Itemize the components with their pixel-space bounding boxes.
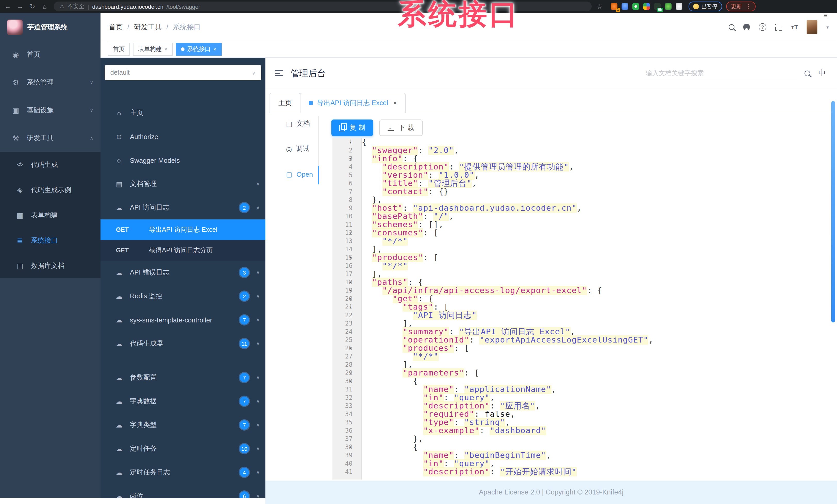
color-grid-extension-icon[interactable] bbox=[643, 3, 650, 10]
api-group-API 错误日志[interactable]: ☁API 错误日志3∨ bbox=[101, 261, 265, 284]
close-icon[interactable]: × bbox=[213, 46, 216, 52]
emoji-face-icon bbox=[693, 4, 699, 9]
tag-首页[interactable]: 首页 bbox=[108, 43, 130, 56]
api-group-Swagger Models[interactable]: ◇Swagger Models bbox=[101, 148, 265, 172]
api-group-岗位[interactable]: ☁岗位6∨ bbox=[101, 484, 265, 498]
side-tab-调试[interactable]: ◎调试 bbox=[286, 143, 319, 155]
api-group-主页[interactable]: ⌂主页 bbox=[101, 101, 265, 125]
white-pin-extension-icon[interactable] bbox=[676, 3, 682, 10]
copy-button[interactable]: 复制 bbox=[332, 119, 373, 136]
endpoint-导出API 访问日志 Excel[interactable]: GET导出API 访问日志 Excel bbox=[101, 220, 265, 240]
sidebar-item-代码生成示例[interactable]: ◈代码生成示例 bbox=[0, 177, 101, 202]
fold-arrow-icon[interactable]: ▾ bbox=[349, 138, 352, 147]
hamburger-icon[interactable]: ☰ bbox=[824, 13, 827, 18]
forward-icon[interactable]: → bbox=[16, 3, 25, 10]
table-icon: ▤ bbox=[16, 261, 24, 269]
language-button[interactable]: 中 bbox=[818, 69, 826, 78]
breadcrumb-item[interactable]: 首页 bbox=[109, 22, 123, 32]
json-editor[interactable]: 1▾23▾456789101112▾131415▾161718▾19▾20▾21… bbox=[333, 138, 831, 479]
cloud-icon: ☁ bbox=[115, 445, 123, 452]
blue-drop-extension-icon[interactable] bbox=[622, 3, 628, 10]
browser-menu-icon[interactable]: ⋮ bbox=[746, 3, 751, 10]
close-icon[interactable]: × bbox=[393, 99, 397, 107]
line-number: 20▾ bbox=[333, 295, 361, 303]
search-icon[interactable] bbox=[729, 24, 735, 30]
help-icon[interactable]: ? bbox=[759, 23, 767, 31]
fold-arrow-icon[interactable]: ▾ bbox=[349, 444, 352, 452]
doc-tab-主页[interactable]: 主页 bbox=[270, 93, 301, 113]
sidebar-item-基础设施[interactable]: ▣基础设施∨ bbox=[0, 96, 101, 124]
user-avatar[interactable] bbox=[807, 20, 818, 34]
group-select[interactable]: default ∨ bbox=[105, 65, 261, 80]
sidebar-item-研发工具[interactable]: ⚒研发工具∧ bbox=[0, 124, 101, 152]
tag-表单构建[interactable]: 表单构建× bbox=[133, 43, 173, 56]
fold-arrow-icon[interactable]: ▾ bbox=[349, 155, 352, 163]
api-group-label: 定时任务日志 bbox=[130, 468, 170, 477]
sidebar-item-系统接口[interactable]: ≣系统接口 bbox=[0, 228, 101, 253]
home-icon[interactable]: ⌂ bbox=[40, 3, 50, 10]
update-browser-button[interactable]: 更新 ⋮ bbox=[727, 2, 756, 11]
code-line: "*/*" bbox=[362, 262, 831, 270]
fold-arrow-icon[interactable]: ▾ bbox=[349, 369, 352, 377]
fold-arrow-icon[interactable]: ▾ bbox=[349, 377, 352, 386]
close-icon[interactable]: × bbox=[164, 46, 167, 52]
doc-tab-导出API 访问日志 Excel[interactable]: 导出API 访问日志 Excel× bbox=[300, 93, 406, 113]
doc-search-input[interactable] bbox=[645, 66, 796, 80]
tag-系统接口[interactable]: 系统接口× bbox=[176, 43, 221, 56]
api-group-字典数据[interactable]: ☁字典数据7∨ bbox=[101, 389, 265, 413]
bookmark-star-icon[interactable]: ☆ bbox=[597, 3, 603, 10]
api-group-字典类型[interactable]: ☁字典类型7∨ bbox=[101, 413, 265, 437]
download-button[interactable]: 下载 bbox=[379, 119, 423, 136]
app-logo[interactable]: 芋道管理系统 bbox=[0, 13, 101, 41]
back-icon[interactable]: ← bbox=[3, 3, 12, 10]
cloud-icon: ☁ bbox=[115, 421, 123, 429]
fold-arrow-icon[interactable]: ▾ bbox=[349, 287, 352, 295]
fullscreen-icon[interactable] bbox=[776, 23, 783, 31]
green-circle-extension-icon[interactable] bbox=[633, 3, 639, 10]
chevron-icon: ∨ bbox=[256, 317, 260, 322]
line-number: 21▾ bbox=[333, 303, 361, 311]
api-group-API 访问日志[interactable]: ☁API 访问日志2∧ bbox=[101, 196, 265, 220]
api-group-定时任务日志[interactable]: ☁定时任务日志4∨ bbox=[101, 461, 265, 484]
orange-extension-icon[interactable]: 1 bbox=[611, 3, 618, 10]
fold-arrow-icon[interactable]: ▾ bbox=[349, 254, 352, 262]
line-number: 13 bbox=[333, 237, 361, 245]
api-group-代码生成器[interactable]: ☁代码生成器11∨ bbox=[101, 332, 265, 355]
side-tab-文档[interactable]: ▤文档 bbox=[286, 117, 319, 130]
tag-label: 首页 bbox=[113, 45, 125, 53]
api-group-Authorize[interactable]: ⊙Authorize bbox=[101, 125, 265, 148]
endpoint-获得API 访问日志分页[interactable]: GET获得API 访问日志分页 bbox=[101, 240, 265, 261]
github-icon[interactable] bbox=[744, 24, 750, 31]
search-icon[interactable] bbox=[804, 70, 810, 76]
green-leaf-extension-icon[interactable] bbox=[665, 3, 672, 10]
sidebar-item-系统管理[interactable]: ⚙系统管理∨ bbox=[0, 69, 101, 96]
reload-icon[interactable]: ↻ bbox=[28, 3, 37, 10]
paused-extension-chip[interactable]: 已暂停 bbox=[689, 2, 722, 11]
collapse-menu-icon[interactable] bbox=[275, 70, 283, 76]
grid-icon: ▦ bbox=[16, 211, 24, 219]
fold-arrow-icon[interactable]: ▾ bbox=[349, 303, 352, 312]
font-size-icon[interactable]: ᴛT bbox=[791, 23, 798, 31]
timer-extension-icon[interactable]: 6h bbox=[654, 3, 661, 10]
code-line: "schemes": [], bbox=[362, 221, 831, 229]
doc-icon: ▤ bbox=[286, 120, 292, 128]
fold-arrow-icon[interactable]: ▾ bbox=[349, 344, 352, 353]
sidebar-item-表单构建[interactable]: ▦表单构建 bbox=[0, 202, 101, 228]
fold-arrow-icon[interactable]: ▾ bbox=[349, 279, 352, 287]
api-group-参数配置[interactable]: ☁参数配置7∨ bbox=[101, 366, 265, 389]
chevron-down-icon[interactable]: ▾ bbox=[826, 24, 829, 30]
vertical-scrollbar[interactable] bbox=[831, 101, 835, 322]
line-number: 35 bbox=[333, 418, 361, 427]
fold-arrow-icon[interactable]: ▾ bbox=[349, 229, 352, 238]
sidebar-item-label: 代码生成 bbox=[31, 160, 58, 169]
sidebar-item-首页[interactable]: ◉首页 bbox=[0, 41, 101, 69]
api-group-定时任务[interactable]: ☁定时任务10∨ bbox=[101, 437, 265, 461]
fold-arrow-icon[interactable]: ▾ bbox=[349, 295, 352, 303]
api-group-Redis 监控[interactable]: ☁Redis 监控2∨ bbox=[101, 284, 265, 308]
api-group-文档管理[interactable]: ▤文档管理∨ bbox=[101, 172, 265, 196]
sidebar-item-代码生成[interactable]: </>代码生成 bbox=[0, 152, 101, 177]
sidebar-item-数据库文档[interactable]: ▤数据库文档 bbox=[0, 253, 101, 278]
api-group-sys-sms-template-controller[interactable]: ☁sys-sms-template-controller7∨ bbox=[101, 308, 265, 332]
side-tab-Open[interactable]: ▢Open bbox=[286, 168, 319, 180]
breadcrumb-item[interactable]: 研发工具 bbox=[134, 22, 162, 32]
